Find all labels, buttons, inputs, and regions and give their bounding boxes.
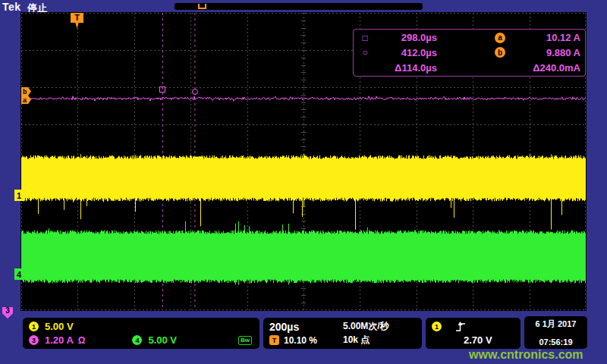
cursor2-time: 412.0µs <box>373 47 437 58</box>
channel1-settings: 1 5.00 V <box>29 320 253 333</box>
cursor-delta-value: Δ240.0mA <box>508 62 580 74</box>
record-trigger-marker <box>198 4 206 9</box>
channel3-scale: 1.20 A <box>45 334 74 346</box>
channel1-badge: 1 <box>29 322 39 331</box>
timebase: 200µs <box>269 321 299 333</box>
cursor-b-value: 9.880 A <box>508 47 580 58</box>
trigger-level: 2.70 V <box>464 334 492 346</box>
date-label: 6 1月 2017 <box>530 318 581 330</box>
cursor-readout-row3: Δ114.0µs Δ240.0mA <box>357 61 580 75</box>
cursor1-square-icon: □ <box>357 33 373 43</box>
cursor-a-value: 10.12 A <box>508 32 580 43</box>
datetime-box: 6 1月 2017 07:56:19 <box>524 316 587 349</box>
channel3-offscreen-marker: 3 <box>2 307 13 318</box>
cursor-readout-row1: □ 298.0µs a 10.12 A <box>357 30 580 45</box>
cursor-readout: □ 298.0µs a 10.12 A ○ 412.0µs b 9.880 A … <box>353 29 586 77</box>
channel3-badge: 3 <box>29 335 39 345</box>
cursor1-time: 298.0µs <box>373 32 437 43</box>
bandwidth-limit-badge: Bw <box>238 336 252 345</box>
time-label: 07:56:19 <box>530 337 581 347</box>
brand-logo: Tek <box>2 1 21 13</box>
horizontal-trigger-badge: T <box>269 335 279 345</box>
record-view-bar <box>175 3 423 10</box>
cursor-a-badge: a <box>495 33 505 43</box>
channel4-scale: 5.00 V <box>148 334 177 346</box>
cursor-b-badge: b <box>495 47 505 58</box>
channel-settings-box: 1 5.00 V 3 1.20 A Ω 4 5.00 V Bw <box>23 318 259 349</box>
watermark: www.cntronics.com <box>469 348 583 362</box>
channel3-channel4-settings: 3 1.20 A Ω 4 5.00 V Bw <box>29 334 253 347</box>
trigger-position-percent: 10.10 % <box>284 335 317 346</box>
trigger-source-badge: 1 <box>432 322 442 331</box>
horizontal-settings-box: 200µs 5.00M次/秒 T 10.10 % 10k 点 <box>263 318 422 349</box>
rising-edge-icon <box>455 321 466 333</box>
oscilloscope-screen: Tek 停止 T □ 298.0µs a 10.12 A ○ 412.0µs b… <box>0 0 607 364</box>
channel4-badge: 4 <box>132 335 142 345</box>
record-length: 10k 点 <box>343 334 416 347</box>
trigger-settings-box: 1 2.70 V <box>426 318 521 349</box>
cursor-readout-row2: ○ 412.0µs b 9.880 A <box>357 46 580 60</box>
channel3-coupling: Ω <box>78 335 86 346</box>
cursor2-circle-icon: ○ <box>357 47 373 58</box>
sample-rate: 5.00M次/秒 <box>343 320 416 333</box>
channel1-scale: 5.00 V <box>45 321 74 332</box>
cursor-delta-time: Δ114.0µs <box>373 62 437 74</box>
